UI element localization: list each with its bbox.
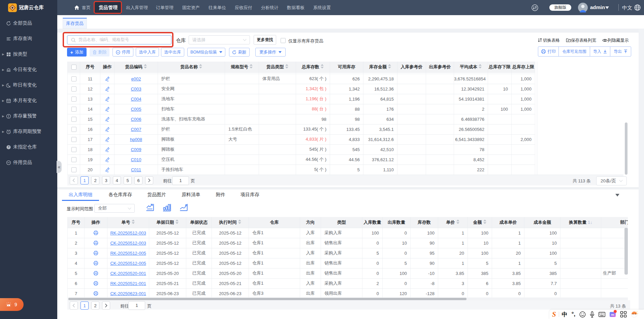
svg-text:?: ?: [8, 145, 9, 149]
